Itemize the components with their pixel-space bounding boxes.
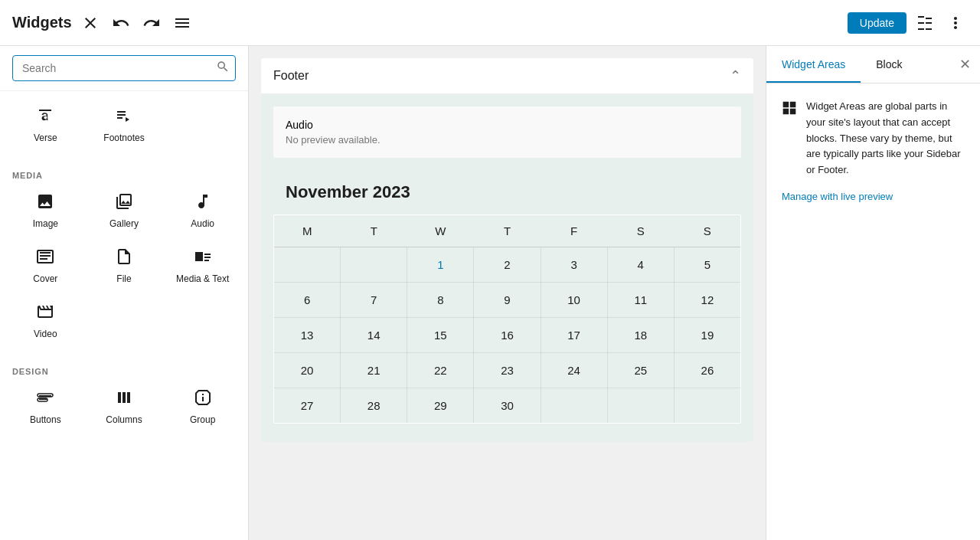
footnotes-block[interactable]: Footnotes: [85, 97, 164, 152]
buttons-block[interactable]: Buttons: [6, 379, 85, 434]
cal-cell: 18: [607, 318, 674, 353]
verse-block[interactable]: Verse: [6, 97, 85, 152]
search-icon: [216, 60, 230, 74]
video-icon: [36, 303, 54, 324]
cal-cell: [607, 388, 674, 424]
calendar-table: M T W T F S S 12345678910111213141516171…: [273, 214, 741, 424]
file-icon: [115, 247, 133, 269]
undo-icon: [112, 14, 130, 32]
cal-cell: 4: [607, 247, 674, 283]
video-label: Video: [34, 329, 57, 339]
cal-cell: [674, 388, 740, 424]
cal-header-f: F: [541, 215, 607, 247]
topbar-title: Widgets: [12, 14, 72, 31]
cal-header-w: W: [407, 215, 474, 247]
cal-cell: 20: [274, 353, 341, 388]
cal-day-link[interactable]: 1: [437, 258, 443, 271]
calendar-container: November 2023 M T W T F S S: [273, 170, 741, 430]
columns-icon: [115, 388, 133, 410]
cal-header-t2: T: [474, 215, 541, 247]
layout-button[interactable]: [913, 11, 937, 35]
cal-header-m: M: [274, 215, 341, 247]
close-button[interactable]: [78, 11, 103, 35]
audio-block-subtitle: No preview available.: [286, 134, 729, 146]
media-text-label: Media & Text: [176, 273, 229, 284]
cal-cell: 7: [341, 283, 407, 318]
list-icon: [173, 14, 191, 32]
more-icon: [946, 14, 965, 32]
right-panel-close-button[interactable]: ✕: [950, 46, 980, 83]
image-icon: [36, 192, 54, 214]
cal-cell: 16: [474, 318, 541, 353]
text-blocks-grid: Verse Footnotes: [0, 97, 248, 152]
group-label: Group: [190, 414, 215, 425]
cal-cell: 9: [474, 283, 541, 318]
footnotes-icon: [115, 106, 133, 128]
audio-widget-block: Audio No preview available.: [273, 106, 741, 158]
design-section: DESIGN Buttons Columns: [0, 355, 248, 440]
search-box: [0, 46, 248, 91]
cover-block[interactable]: Cover: [6, 238, 85, 293]
list-view-button[interactable]: [170, 11, 194, 35]
cal-cell: [341, 247, 407, 283]
sidebar: Verse Footnotes MEDIA Image: [0, 46, 249, 540]
cal-cell: 26: [674, 353, 740, 388]
cal-cell: 3: [541, 247, 607, 283]
cal-cell: 15: [407, 318, 474, 353]
image-label: Image: [33, 218, 58, 229]
redo-button[interactable]: [139, 11, 164, 35]
cal-cell: 12: [674, 283, 740, 318]
manage-live-preview-link[interactable]: Manage with live preview: [782, 191, 965, 202]
panel-description: Widget Areas are global parts in your si…: [806, 99, 965, 178]
cal-cell: [541, 388, 607, 424]
search-input[interactable]: [12, 55, 236, 81]
video-block[interactable]: Video: [6, 293, 85, 349]
tab-block[interactable]: Block: [861, 46, 917, 83]
cal-cell: 8: [407, 283, 474, 318]
search-button[interactable]: [216, 60, 230, 77]
cal-cell: 22: [407, 353, 474, 388]
undo-button[interactable]: [109, 11, 133, 35]
gallery-block[interactable]: Gallery: [85, 183, 164, 238]
tab-widget-areas[interactable]: Widget Areas: [766, 46, 861, 83]
more-options-button[interactable]: [943, 11, 968, 35]
group-block[interactable]: Group: [163, 379, 242, 434]
cal-cell: 25: [607, 353, 674, 388]
footer-widget-title: Footer: [273, 69, 309, 83]
content-area: Footer ⌃ Audio No preview available. Nov…: [249, 46, 766, 540]
image-block[interactable]: Image: [6, 183, 85, 238]
buttons-label: Buttons: [30, 414, 61, 425]
main-layout: Verse Footnotes MEDIA Image: [0, 46, 980, 540]
audio-sidebar-block[interactable]: Audio: [163, 183, 242, 238]
right-panel-body: Widget Areas are global parts in your si…: [766, 83, 980, 540]
right-panel: Widget Areas Block ✕ Widget Areas are gl…: [766, 46, 980, 540]
footer-collapse-button[interactable]: ⌃: [730, 67, 741, 84]
audio-block-title: Audio: [286, 119, 729, 131]
close-icon: [81, 14, 100, 32]
media-section: MEDIA Image Gallery: [0, 159, 248, 355]
media-section-label: MEDIA: [0, 165, 248, 183]
cal-cell: 28: [341, 388, 407, 424]
cal-cell: 10: [541, 283, 607, 318]
footer-widget-inner: Audio No preview available. November 202…: [261, 94, 753, 442]
cal-header-s2: S: [674, 215, 740, 247]
right-panel-tabs: Widget Areas Block ✕: [766, 46, 980, 83]
topbar: Widgets Update: [0, 0, 980, 46]
media-text-block[interactable]: Media & Text: [163, 238, 242, 293]
cal-cell: 29: [407, 388, 474, 424]
topbar-left: Widgets: [12, 11, 194, 35]
panel-icon-row: Widget Areas are global parts in your si…: [782, 99, 965, 178]
update-button[interactable]: Update: [848, 12, 906, 34]
columns-block[interactable]: Columns: [85, 379, 164, 434]
cal-cell[interactable]: 1: [407, 247, 474, 283]
file-label: File: [116, 273, 131, 284]
cal-cell: 21: [341, 353, 407, 388]
footer-widget-header: Footer ⌃: [261, 58, 753, 94]
cal-header-s1: S: [607, 215, 674, 247]
cal-cell: 17: [541, 318, 607, 353]
calendar-month-title: November 2023: [273, 176, 741, 214]
file-block[interactable]: File: [85, 238, 164, 293]
cal-cell: [274, 247, 341, 283]
cal-cell: 27: [274, 388, 341, 424]
buttons-icon: [36, 388, 54, 410]
